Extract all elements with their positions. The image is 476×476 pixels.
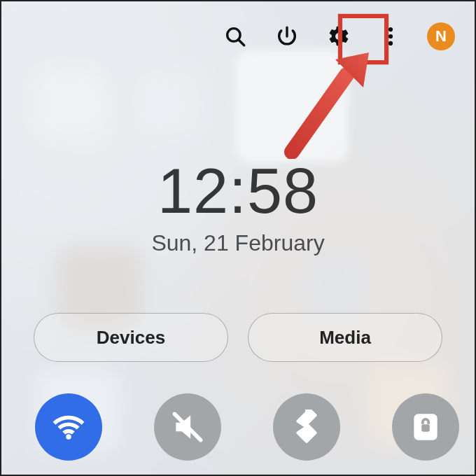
bluetooth-toggle[interactable]: [273, 393, 340, 461]
power-icon[interactable]: [272, 21, 302, 52]
svg-rect-6: [421, 424, 430, 431]
quick-toggle-row: [35, 393, 459, 461]
profile-avatar[interactable]: N: [427, 22, 455, 50]
clock-time: 12:58: [1, 155, 475, 227]
clock-date: Sun, 21 February: [1, 230, 475, 256]
panel-toolbar: N: [220, 21, 455, 52]
svg-point-2: [388, 27, 393, 31]
control-pill-row: Devices Media: [34, 313, 442, 362]
bluetooth-icon: [289, 410, 324, 444]
lock-icon: [408, 410, 443, 444]
more-icon[interactable]: [375, 21, 406, 52]
wifi-toggle[interactable]: [35, 393, 102, 461]
gear-icon[interactable]: [323, 21, 354, 52]
mute-toggle[interactable]: [154, 393, 221, 461]
clock-block: 12:58 Sun, 21 February: [1, 155, 475, 256]
notification-panel: N 12:58 Sun, 21 February Devices Media: [0, 0, 476, 476]
wifi-icon: [51, 410, 86, 444]
rotation-lock-toggle[interactable]: [392, 393, 459, 461]
svg-line-1: [239, 40, 244, 46]
svg-point-4: [388, 41, 393, 46]
search-icon[interactable]: [220, 21, 251, 52]
mute-icon: [170, 410, 205, 444]
svg-point-3: [388, 34, 393, 38]
media-button[interactable]: Media: [248, 313, 442, 362]
devices-button[interactable]: Devices: [34, 313, 228, 362]
